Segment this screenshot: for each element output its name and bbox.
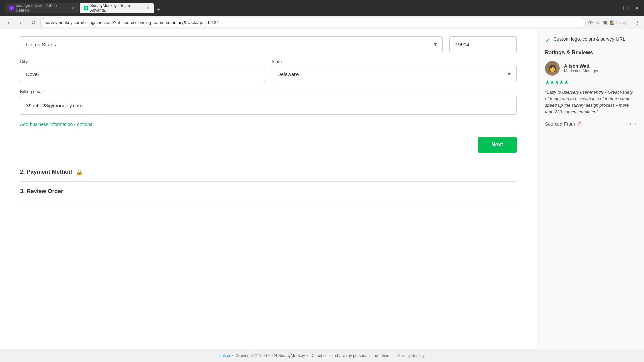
sidebar-icon[interactable]: ▣ xyxy=(603,20,607,25)
minimize-button[interactable]: ─ xyxy=(609,3,619,13)
new-tab-button[interactable]: + xyxy=(154,6,163,13)
next-button[interactable]: Next xyxy=(478,137,517,153)
sourced-from-text: Sourced From xyxy=(545,121,575,127)
country-field: United States ▼ xyxy=(20,36,443,52)
refresh-button[interactable]: ↻ xyxy=(28,18,38,27)
page-wrapper: United States ▼ City State Delaware xyxy=(0,29,644,349)
close-button[interactable]: ✕ xyxy=(632,3,641,13)
tab-close-surveymonkey[interactable]: ✕ xyxy=(146,6,150,10)
browser-chrome: Y surveymonkey - Yahoo Search ✕ S Survey… xyxy=(0,0,644,16)
tab-label-yahoo: surveymonkey - Yahoo Search xyxy=(16,3,70,13)
address-bar-row: ‹ › ↻ surveymonkey.com/billing/checkout/… xyxy=(0,16,644,29)
menu-icon[interactable]: ⋮ xyxy=(635,20,640,25)
next-review-button[interactable]: › xyxy=(634,120,636,127)
eye-off-icon: 👁 xyxy=(588,20,593,25)
lock-icon: 🔒 xyxy=(76,169,83,175)
city-label: City xyxy=(20,59,265,64)
sourced-label: Sourced From G xyxy=(545,121,583,127)
state-select[interactable]: Delaware xyxy=(272,66,517,82)
custom-feature-item: ✓ Custom logo, colors & survey URL xyxy=(545,36,636,44)
ratings-section: Ratings & Reviews 👩 Alison Watt Marketin… xyxy=(545,50,636,127)
city-input[interactable] xyxy=(20,66,265,82)
add-business-link[interactable]: Add business information - optional xyxy=(20,122,94,127)
state-select-wrapper: Delaware ▼ xyxy=(272,66,517,82)
star-rating: ★★★★★ xyxy=(545,79,636,85)
tab-favicon-yahoo: Y xyxy=(9,6,14,10)
tab-surveymonkey[interactable]: S SurveyMonkey - Team Advanta… ✕ xyxy=(80,3,154,13)
city-field-group: City xyxy=(20,59,265,82)
next-btn-row: Next xyxy=(20,137,517,153)
city-state-row: City State Delaware ▼ xyxy=(20,59,517,82)
reviewer-title: Marketing Manager xyxy=(564,69,636,73)
reviewer-row: 👩 Alison Watt Marketing Manager xyxy=(545,61,636,76)
window-controls-right: ─ ❐ ✕ xyxy=(609,3,641,13)
right-panel: ✓ Custom logo, colors & survey URL Ratin… xyxy=(537,29,644,349)
tab-yahoo-search[interactable]: Y surveymonkey - Yahoo Search ✕ xyxy=(5,3,79,13)
payment-method-section[interactable]: 2. Payment Method 🔒 xyxy=(20,163,517,182)
maximize-button[interactable]: ❐ xyxy=(621,3,630,13)
form-section: United States ▼ City State Delaware xyxy=(20,29,517,208)
url-text: surveymonkey.com/billing/checkout/?ut_so… xyxy=(45,20,219,25)
prev-review-button[interactable]: ‹ xyxy=(629,120,631,127)
reviewer-name: Alison Watt xyxy=(564,63,636,69)
address-bar-icons: 👁 ☆ ▣ 🕵 Incognito ⋮ xyxy=(588,20,640,25)
tab-label-surveymonkey: SurveyMonkey - Team Advanta… xyxy=(90,3,144,13)
avatar: 👩 xyxy=(545,61,560,76)
incognito-badge: 🕵 Incognito xyxy=(610,20,633,25)
billing-email-section: Billing email xyxy=(20,89,517,115)
state-field-group: State Delaware ▼ xyxy=(272,59,517,82)
back-button[interactable]: ‹ xyxy=(4,18,13,27)
payment-method-title: 2. Payment Method xyxy=(20,169,72,175)
footer: notice • Copyright © 1999-2024 SurveyMon… xyxy=(0,349,644,362)
billing-email-label: Billing email xyxy=(20,89,517,94)
forward-button[interactable]: › xyxy=(16,18,25,27)
sourced-row: Sourced From G ‹ › xyxy=(545,120,636,127)
notice-link[interactable]: notice xyxy=(219,353,230,358)
country-zip-row: United States ▼ xyxy=(20,36,517,52)
footer-brand: SurveyMonkey xyxy=(398,353,425,358)
google-g-icon: G xyxy=(577,121,583,127)
zip-input[interactable] xyxy=(449,36,517,52)
address-bar[interactable]: surveymonkey.com/billing/checkout/?ut_so… xyxy=(40,18,586,27)
incognito-icon: 🕵 xyxy=(610,20,615,25)
review-text: "Easy to use/very user-friendly - Great … xyxy=(545,89,636,115)
country-select[interactable]: United States xyxy=(20,36,443,52)
reviewer-info: Alison Watt Marketing Manager xyxy=(564,63,636,73)
star-icon[interactable]: ☆ xyxy=(596,20,600,25)
tab-favicon-surveymonkey: S xyxy=(84,6,88,10)
review-nav-arrows: ‹ › xyxy=(629,120,636,127)
state-label: State xyxy=(272,59,517,64)
footer-notice: notice xyxy=(219,353,230,358)
review-order-section[interactable]: 3. Review Order xyxy=(20,182,517,201)
incognito-label: Incognito xyxy=(616,20,633,25)
main-content: United States ▼ City State Delaware xyxy=(0,29,537,349)
ratings-title: Ratings & Reviews xyxy=(545,50,636,56)
footer-copyright: Copyright © 1999-2024 SurveyMonkey xyxy=(235,353,305,358)
feature-text: Custom logo, colors & survey URL xyxy=(553,36,625,42)
footer-do-not-sell: Do not sell or share my personal informa… xyxy=(310,353,389,358)
tab-bar: Y surveymonkey - Yahoo Search ✕ S Survey… xyxy=(5,3,606,13)
billing-email-input[interactable] xyxy=(20,96,517,115)
check-icon: ✓ xyxy=(545,37,550,44)
tab-close-yahoo[interactable]: ✕ xyxy=(72,6,75,10)
review-order-title: 3. Review Order xyxy=(20,188,63,195)
